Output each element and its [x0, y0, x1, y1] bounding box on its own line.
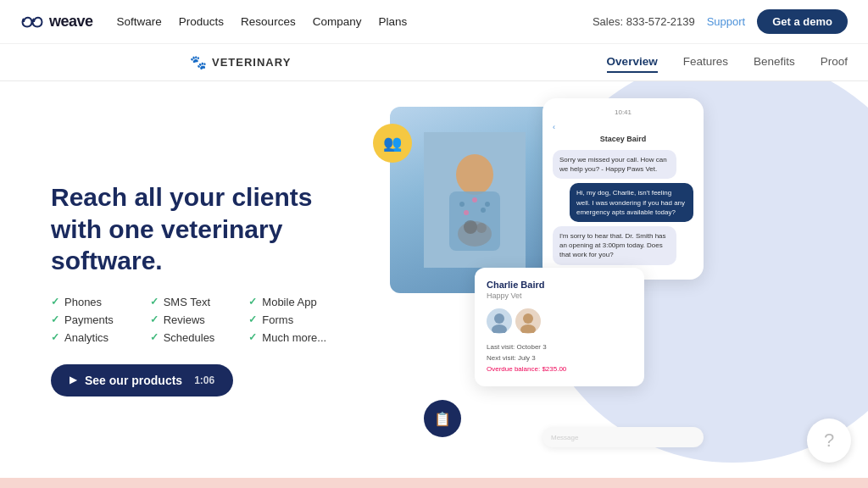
check-icon: ✓	[51, 296, 59, 308]
nav-software[interactable]: Software	[117, 15, 162, 28]
overdue-balance: Overdue balance: $235.00	[487, 364, 632, 375]
chat-contact-name: Stacey Baird	[553, 135, 693, 143]
svg-point-3	[459, 202, 465, 207]
question-icon: ?	[807, 419, 851, 463]
subnav-proof[interactable]: Proof	[821, 52, 848, 73]
subnav-overview[interactable]: Overview	[607, 52, 658, 73]
svg-point-10	[476, 223, 487, 233]
next-visit: Next visit: July 3	[487, 353, 632, 364]
vet-label: VETERINARY	[212, 56, 291, 69]
check-icon: ✓	[51, 313, 59, 325]
chat-time: 10:41	[553, 108, 693, 116]
chat-card: 10:41 ‹ Stacey Baird Sorry we missed you…	[542, 98, 704, 280]
chat-bubble-sent-1: Hi, my dog, Charlie, isn't feeling well.…	[570, 183, 693, 222]
chat-bubble-received-2: I'm sorry to hear that. Dr. Smith has an…	[553, 226, 676, 265]
subnav-features[interactable]: Features	[683, 52, 728, 73]
people-icon: 👥	[373, 124, 412, 163]
client-name: Charlie Baird	[487, 280, 632, 290]
vet-photo	[390, 107, 559, 293]
sub-navigation: 🐾 VETERINARY Overview Features Benefits …	[0, 44, 868, 81]
left-panel: Reach all your clients with one veterina…	[0, 81, 373, 488]
feature-mobile: ✓ Mobile App	[248, 296, 348, 308]
svg-point-4	[472, 197, 477, 202]
top-navigation: weave Software Products Resources Compan…	[0, 0, 868, 44]
svg-point-6	[464, 210, 469, 215]
nav-resources[interactable]: Resources	[241, 15, 296, 28]
nav-company[interactable]: Company	[313, 15, 362, 28]
client-sub: Happy Vet	[487, 291, 632, 300]
nav-products[interactable]: Products	[179, 15, 224, 28]
feature-payments: ✓ Payments	[51, 313, 150, 326]
svg-point-1	[456, 154, 493, 195]
get-demo-button[interactable]: Get a demo	[757, 9, 848, 34]
cta-duration: 1:06	[194, 374, 214, 386]
check-icon: ✓	[150, 331, 159, 343]
check-icon: ✓	[51, 331, 59, 343]
subnav-links: Overview Features Benefits Proof	[607, 52, 848, 73]
feature-reviews: ✓ Reviews	[150, 313, 249, 326]
see-products-button[interactable]: ▶ See our products 1:06	[51, 364, 233, 396]
check-icon: ✓	[248, 331, 257, 343]
last-visit: Last visit: October 3	[487, 342, 632, 353]
bottom-accent	[0, 478, 868, 488]
sales-number: Sales: 833-572-2139	[593, 15, 695, 28]
device-icon: 📋	[424, 400, 461, 437]
message-placeholder: Message	[551, 434, 578, 441]
logo[interactable]: weave	[20, 13, 93, 30]
play-icon: ▶	[70, 374, 76, 385]
client-avatars	[487, 308, 632, 334]
avatar-1	[487, 308, 512, 334]
svg-point-14	[520, 324, 536, 333]
svg-point-7	[481, 208, 486, 213]
subnav-benefits[interactable]: Benefits	[754, 52, 795, 73]
feature-more: ✓ Much more...	[248, 331, 348, 344]
hero-title: Reach all your clients with one veterina…	[51, 181, 348, 277]
feature-schedules: ✓ Schedules	[150, 331, 249, 344]
check-icon: ✓	[248, 313, 257, 325]
check-icon: ✓	[150, 313, 159, 325]
svg-point-12	[492, 324, 507, 333]
right-panel: 👥	[373, 81, 868, 488]
feature-phones: ✓ Phones	[51, 296, 150, 308]
features-grid: ✓ Phones ✓ SMS Text ✓ Mobile App ✓ Payme…	[51, 296, 348, 344]
svg-point-11	[494, 313, 504, 324]
logo-text: weave	[49, 13, 93, 30]
nav-links: Software Products Resources Company Plan…	[117, 15, 408, 28]
client-detail: Last visit: October 3 Next visit: July 3…	[487, 342, 632, 374]
vet-icon: 🐾	[190, 54, 207, 70]
nav-right: Sales: 833-572-2139 Support Get a demo	[593, 9, 848, 34]
nav-left: weave Software Products Resources Compan…	[20, 13, 407, 30]
support-link[interactable]: Support	[707, 15, 746, 28]
main-content: Reach all your clients with one veterina…	[0, 81, 868, 488]
svg-point-9	[464, 220, 477, 234]
client-card: Charlie Baird Happy Vet Last visi	[475, 268, 644, 386]
vet-section-label: 🐾 VETERINARY	[20, 54, 291, 70]
avatar-2	[515, 308, 541, 334]
chat-bubble-received-1: Sorry we missed your call. How can we he…	[553, 150, 676, 179]
check-icon: ✓	[150, 296, 159, 308]
feature-sms: ✓ SMS Text	[150, 296, 249, 308]
nav-plans[interactable]: Plans	[378, 15, 407, 28]
svg-point-13	[523, 313, 533, 324]
message-input-bar[interactable]: Message	[542, 427, 704, 447]
feature-analytics: ✓ Analytics	[51, 331, 150, 344]
svg-point-5	[485, 202, 490, 207]
feature-forms: ✓ Forms	[248, 313, 348, 326]
cta-label: See our products	[85, 374, 182, 387]
check-icon: ✓	[248, 296, 257, 308]
vet-photo-inner	[390, 107, 559, 293]
chat-back-button[interactable]: ‹	[553, 123, 693, 131]
